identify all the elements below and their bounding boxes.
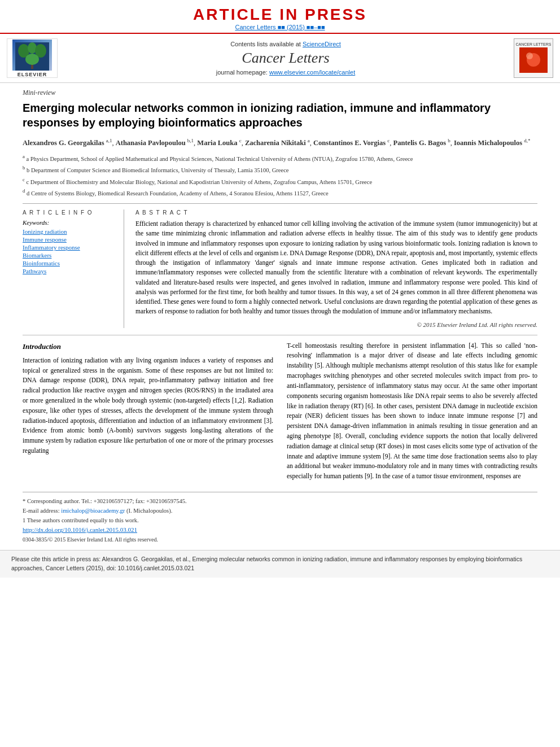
svg-point-5 xyxy=(25,54,39,65)
affil-d: d d Centre of Systems Biology, Biomedica… xyxy=(23,187,537,198)
author-michalopoulos: Ioannis Michalopoulos d,* xyxy=(454,139,531,147)
intro-left-para: Interaction of ionizing radiation with a… xyxy=(23,356,273,456)
info-abstract-section: A R T I C L E I N F O Keywords: Ionizing… xyxy=(23,203,537,328)
email-note: E-mail address: imichalop@bioacademy.gr … xyxy=(23,506,537,516)
body-section: Introduction Interaction of ionizing rad… xyxy=(23,341,537,485)
article-info-heading: A R T I C L E I N F O xyxy=(23,209,117,216)
affil-b: b b Department of Computer Science and B… xyxy=(23,164,537,174)
copyright-line: © 2015 Elsevier Ireland Ltd. All rights … xyxy=(135,321,537,328)
article-content: Mini-review Emerging molecular networks … xyxy=(0,83,560,550)
keyword-ionizing[interactable]: Ionizing radiation xyxy=(23,228,117,235)
affil-c: c c Department of Biochemistry and Molec… xyxy=(23,176,537,186)
affiliations: a a Physics Department, School of Applie… xyxy=(23,153,537,198)
body-right-col: T-cell homeostasis resulting therefore i… xyxy=(287,341,537,485)
issn-line: 0304-3835/© 2015 Elsevier Ireland Ltd. A… xyxy=(23,535,537,544)
elsevier-logo-image xyxy=(12,40,52,71)
keyword-bioinformatics[interactable]: Bioinformatics xyxy=(23,260,117,267)
author-louka: Maria Louka c, xyxy=(197,139,245,147)
cancer-letters-logo: CANCER LETTERS xyxy=(514,38,553,78)
contents-line: Contents lists available at ScienceDirec… xyxy=(58,41,514,47)
keywords-list: Ionizing radiation Immune response Infla… xyxy=(23,228,117,274)
homepage-url[interactable]: www.elsevier.com/locate/canlet xyxy=(269,69,355,76)
intro-heading: Introduction xyxy=(23,341,273,352)
corresponding-author-note: * Corresponding author. Tel.: +302106597… xyxy=(23,497,537,506)
cancer-letters-logo-label: CANCER LETTERS xyxy=(515,42,551,46)
intro-right-para: T-cell homeostasis resulting therefore i… xyxy=(287,341,537,482)
section-divider xyxy=(23,335,537,335)
journal-header: ELSEVIER Contents lists available at Sci… xyxy=(0,34,560,83)
citation-text: Please cite this article in press as: Al… xyxy=(11,555,549,573)
bottom-citation-bar: Please cite this article in press as: Al… xyxy=(0,550,560,578)
journal-volume-link[interactable]: Cancer Letters ■■ (2015) ■■–■■ xyxy=(0,24,560,30)
doi-link[interactable]: http://dx.doi.org/10.1016/j.canlet.2015.… xyxy=(23,526,137,533)
abstract-text: Efficient radiation therapy is character… xyxy=(135,219,537,317)
article-title: Emerging molecular networks common in io… xyxy=(23,101,537,130)
cancer-letters-icon xyxy=(519,47,548,73)
cancer-letters-logo-image xyxy=(519,47,548,73)
elsevier-logo: ELSEVIER xyxy=(7,38,58,78)
author-vorgias: Constantinos E. Vorgias c, xyxy=(313,139,393,147)
abstract-heading: A B S T R A C T xyxy=(135,209,537,216)
keyword-pathways[interactable]: Pathways xyxy=(23,268,117,274)
aip-banner: ARTICLE IN PRESS Cancer Letters ■■ (2015… xyxy=(0,0,560,34)
abstract-col: A B S T R A C T Efficient radiation ther… xyxy=(135,209,537,328)
author-georgakilas: Alexandros G. Georgakilas a,1, xyxy=(23,139,116,147)
authors-line: Alexandros G. Georgakilas a,1, Athanasia… xyxy=(23,137,537,148)
article-info-col: A R T I C L E I N F O Keywords: Ionizing… xyxy=(23,209,124,328)
author-pavlopoulou: Athanasia Pavlopoulou b,1, xyxy=(116,139,198,147)
sciencedirect-link[interactable]: ScienceDirect xyxy=(303,41,341,47)
elsevier-label: ELSEVIER xyxy=(18,72,47,77)
journal-center: Contents lists available at ScienceDirec… xyxy=(58,41,514,76)
body-left-col: Introduction Interaction of ionizing rad… xyxy=(23,341,273,485)
keywords-label: Keywords: xyxy=(23,219,117,226)
footnotes: * Corresponding author. Tel.: +302106597… xyxy=(23,492,537,544)
svg-point-8 xyxy=(526,53,533,59)
keyword-inflammatory[interactable]: Inflammatory response xyxy=(23,244,117,251)
author-bagos: Pantelis G. Bagos b, xyxy=(393,139,454,147)
author-nikitaki: Zacharenia Nikitaki a, xyxy=(245,139,313,147)
journal-title: Cancer Letters xyxy=(58,50,514,67)
keyword-immune[interactable]: Immune response xyxy=(23,236,117,243)
elsevier-tree-icon xyxy=(15,42,49,71)
article-type-label: Mini-review xyxy=(23,89,537,97)
affil-a: a a Physics Department, School of Applie… xyxy=(23,153,537,163)
aip-title: ARTICLE IN PRESS xyxy=(0,6,560,24)
keyword-biomarkers[interactable]: Biomarkers xyxy=(23,252,117,259)
journal-homepage: journal homepage: www.elsevier.com/locat… xyxy=(58,69,514,76)
contributed-equally-note: 1 These authors contributed equally to t… xyxy=(23,516,537,526)
email-link[interactable]: imichalop@bioacademy.gr xyxy=(61,508,125,514)
